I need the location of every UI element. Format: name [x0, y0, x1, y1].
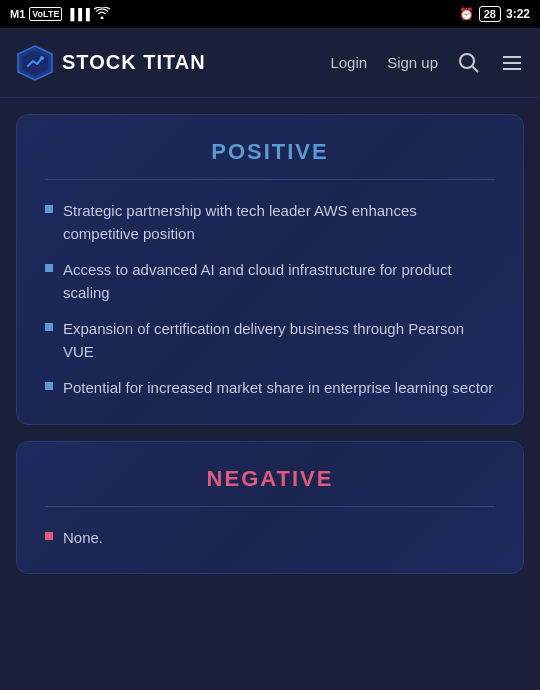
bullet-icon [45, 264, 53, 272]
bullet-icon [45, 205, 53, 213]
svg-line-4 [473, 66, 479, 72]
status-bar: M1 VoLTE ▐▐▐ ⏰ 28 3:22 [0, 0, 540, 28]
positive-item-2: Access to advanced AI and cloud infrastr… [63, 259, 495, 304]
list-item: Potential for increased market share in … [45, 377, 495, 400]
logo-icon [16, 44, 54, 82]
wifi-icon [94, 7, 110, 21]
logo-container: STOCK TITAN [16, 44, 330, 82]
logo-text: STOCK TITAN [62, 51, 206, 74]
negative-item-1: None. [63, 527, 103, 550]
nav-links: Login Sign up [330, 51, 524, 75]
main-content: Positive Strategic partnership with tech… [0, 98, 540, 690]
search-icon[interactable] [458, 52, 480, 74]
svg-point-3 [460, 54, 474, 68]
alarm-icon: ⏰ [459, 7, 474, 21]
list-item: Expansion of certification delivery busi… [45, 318, 495, 363]
navbar: STOCK TITAN Login Sign up [0, 28, 540, 98]
positive-card: Positive Strategic partnership with tech… [16, 114, 524, 425]
bullet-icon [45, 532, 53, 540]
bullet-icon [45, 323, 53, 331]
menu-icon[interactable] [500, 51, 524, 75]
list-item: Access to advanced AI and cloud infrastr… [45, 259, 495, 304]
battery-indicator: 28 [479, 6, 501, 22]
negative-list: None. [45, 527, 495, 550]
status-left: M1 VoLTE ▐▐▐ [10, 7, 110, 21]
positive-divider [45, 179, 495, 180]
login-link[interactable]: Login [330, 54, 367, 71]
carrier-label: M1 [10, 8, 25, 20]
positive-item-4: Potential for increased market share in … [63, 377, 493, 400]
negative-title: Negative [45, 466, 495, 492]
negative-card: Negative None. [16, 441, 524, 575]
negative-divider [45, 506, 495, 507]
signal-icon: ▐▐▐ [66, 8, 89, 20]
positive-list: Strategic partnership with tech leader A… [45, 200, 495, 400]
time-display: 3:22 [506, 7, 530, 21]
positive-title: Positive [45, 139, 495, 165]
status-right: ⏰ 28 3:22 [459, 6, 530, 22]
bullet-icon [45, 382, 53, 390]
svg-point-2 [40, 56, 44, 60]
positive-item-1: Strategic partnership with tech leader A… [63, 200, 495, 245]
signup-link[interactable]: Sign up [387, 54, 438, 71]
positive-item-3: Expansion of certification delivery busi… [63, 318, 495, 363]
volte-label: VoLTE [29, 7, 62, 21]
list-item: Strategic partnership with tech leader A… [45, 200, 495, 245]
list-item: None. [45, 527, 495, 550]
